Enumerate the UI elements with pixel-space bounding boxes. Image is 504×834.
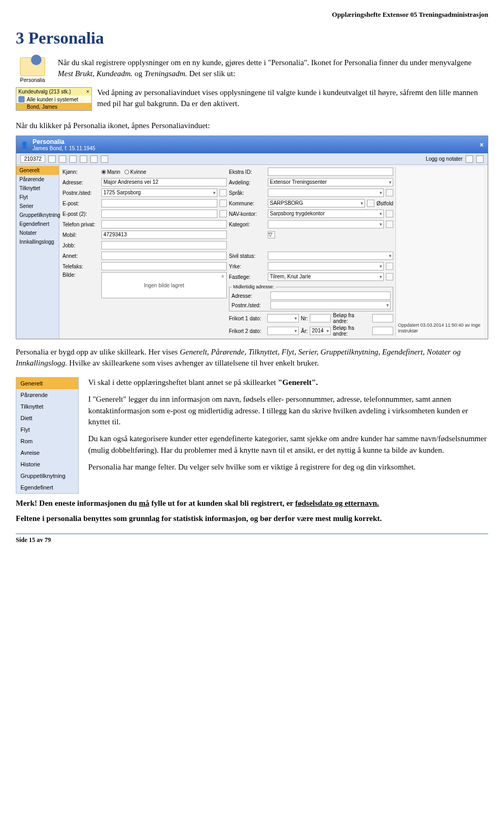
tab2-avreise[interactable]: Avreise xyxy=(16,447,78,458)
label-frikort1: Frikort 1 dato: xyxy=(229,316,265,321)
tab-serier[interactable]: Serier xyxy=(16,202,59,211)
section-p3: Du kan også kategorisere kunder etter eg… xyxy=(88,433,488,456)
tab-innkallingslogg[interactable]: Innkallingslogg xyxy=(16,237,59,246)
toolbar-log-icon[interactable] xyxy=(466,155,473,163)
paragraph-skilleark: Personalia er bygd opp av ulike skillear… xyxy=(16,347,488,369)
input-frikort2[interactable] xyxy=(267,327,299,335)
edit-icon[interactable] xyxy=(386,263,393,270)
tab2-egendefinert[interactable]: Egendefinert xyxy=(16,482,78,493)
edit-icon[interactable] xyxy=(386,189,393,196)
input-annet[interactable] xyxy=(101,252,227,260)
input-belop2[interactable] xyxy=(372,327,393,335)
input-kommune[interactable]: SARPSBORG xyxy=(268,199,365,207)
tab2-generelt[interactable]: Generelt xyxy=(16,378,78,389)
label-epost: E-post: xyxy=(62,201,99,206)
input-postnr[interactable]: 1725 Sarpsborg xyxy=(101,189,217,197)
tab-parorende[interactable]: Pårørende xyxy=(16,175,59,184)
input-ekstraid[interactable] xyxy=(268,168,393,176)
toolbar-card-icon[interactable] xyxy=(69,155,77,163)
merk-paragraph-2: Feltene i personalia benyttes som grunnl… xyxy=(16,513,488,524)
label-telpriv: Telefon privat: xyxy=(62,222,99,227)
personalia-window-screenshot: 👤 Personalia James Bond, f. 15.11.1945 ×… xyxy=(16,135,488,339)
person-arrow-icon xyxy=(18,103,25,110)
merk-paragraph-1: Merk! Den eneste informasjonen du må fyl… xyxy=(16,498,488,509)
input-adresse2[interactable] xyxy=(270,291,391,300)
input-jobb[interactable] xyxy=(101,241,227,249)
personalia-app-icon: Personalia xyxy=(16,57,49,83)
window-close-icon[interactable]: × xyxy=(480,141,484,149)
radio-kvinne[interactable] xyxy=(124,170,129,174)
log-notes-label: Logg og notater xyxy=(426,156,463,162)
toolbar-delete-icon[interactable] xyxy=(80,155,87,163)
input-ar[interactable]: 2014 xyxy=(310,327,331,335)
label-postnr2: Postnr./sted: xyxy=(232,303,268,308)
input-sprak[interactable] xyxy=(268,189,384,197)
input-yrke[interactable] xyxy=(268,262,384,270)
input-telpriv[interactable] xyxy=(101,220,227,228)
log-area xyxy=(398,169,482,321)
tab-egendefinert[interactable]: Egendefinert xyxy=(16,220,59,228)
window-subtitle: James Bond, f. 15.11.1945 xyxy=(33,145,96,151)
bilde-clear-icon[interactable]: × xyxy=(221,274,224,279)
edit-icon[interactable] xyxy=(386,221,393,228)
input-sivil[interactable] xyxy=(268,252,393,260)
bilde-box[interactable]: Ingen bilde lagret × xyxy=(101,272,227,298)
label-bilde: Bilde: xyxy=(62,272,99,278)
kundeutvalg-title: Kundeutvalg (213 stk.) xyxy=(18,89,71,95)
mail-icon[interactable] xyxy=(219,200,227,207)
radio-mann[interactable] xyxy=(101,170,106,174)
tab-generelt[interactable]: Generelt xyxy=(16,166,59,175)
edit-icon[interactable] xyxy=(386,210,393,217)
input-adresse[interactable]: Major Andresens vei 12 xyxy=(101,178,227,186)
intro-paragraph-2: Ved åpning av personaliavinduet vises op… xyxy=(97,87,488,111)
mail-icon[interactable] xyxy=(219,210,227,217)
lookup-icon[interactable] xyxy=(219,189,227,196)
close-icon[interactable]: × xyxy=(86,89,89,95)
tab-gruppetilknytning[interactable]: Gruppetilknytning xyxy=(16,211,59,220)
label-frikort2: Frikort 2 dato: xyxy=(229,328,265,334)
label-adresse2: Adresse: xyxy=(232,293,268,299)
input-epost2[interactable] xyxy=(101,210,217,218)
input-nav[interactable]: Sarpsborg trygdekontor xyxy=(268,210,384,218)
user-icon: 👤 xyxy=(20,141,28,149)
toolbar-note-icon[interactable] xyxy=(476,155,484,163)
input-avdeling[interactable]: Extensor Treningssenter xyxy=(268,178,393,186)
input-mobil[interactable]: 47293413 xyxy=(101,231,227,239)
kunde-filter-all[interactable]: Alle kunder i systemet xyxy=(27,97,78,102)
label-annet: Annet: xyxy=(62,253,99,259)
tab-tilknyttet[interactable]: Tilknyttet xyxy=(16,184,59,193)
input-frikort1-nr[interactable] xyxy=(310,314,331,322)
chapter-title: 3 Personalia xyxy=(16,28,488,48)
toolbar-misc-icon[interactable] xyxy=(101,155,108,163)
input-belop1[interactable] xyxy=(372,314,393,322)
edit-icon[interactable] xyxy=(386,273,393,280)
label-jobb: Jobb: xyxy=(62,243,99,248)
edit-icon[interactable] xyxy=(367,200,374,207)
input-frikort1[interactable] xyxy=(267,314,299,322)
tab-flyt[interactable]: Flyt xyxy=(16,193,59,202)
toolbar-new-icon[interactable] xyxy=(48,155,56,163)
kundeutvalg-panel: Kundeutvalg (213 stk.)× Alle kunder i sy… xyxy=(16,87,92,111)
paragraph-open-window: Når du klikker på Personalia ikonet, åpn… xyxy=(16,120,488,131)
tab2-rom[interactable]: Rom xyxy=(16,435,78,447)
tab2-tilknyttet[interactable]: Tilknyttet xyxy=(16,401,78,412)
tab-notater[interactable]: Notater xyxy=(16,228,59,237)
input-epost[interactable] xyxy=(101,199,217,207)
input-kategori[interactable] xyxy=(268,220,384,228)
tabs-list-image: Generelt Pårørende Tilknyttet Diett Flyt… xyxy=(16,377,79,494)
input-fastlege[interactable]: Tilrem, Knut Jarle xyxy=(268,273,384,281)
updated-label: Oppdatert 03.03.2014 11:50:40 av Inge In… xyxy=(398,322,482,335)
input-postnr2[interactable] xyxy=(270,301,391,309)
tab2-historie[interactable]: Historie xyxy=(16,458,78,470)
intro-paragraph-1: Når du skal registrere opplysninger om e… xyxy=(58,57,488,83)
tab2-diett[interactable]: Diett xyxy=(16,412,78,424)
kunde-row-selected[interactable]: Bond, James xyxy=(27,104,57,110)
input-telefaks[interactable] xyxy=(101,262,227,270)
tab2-parorende[interactable]: Pårørende xyxy=(16,389,78,401)
toolbar-print-icon[interactable] xyxy=(90,155,98,163)
customer-id-field[interactable]: 210372 xyxy=(20,155,45,163)
filter-icon[interactable]: ▽ xyxy=(268,231,275,238)
toolbar-save-icon[interactable] xyxy=(59,155,66,163)
tab2-gruppetilknytning[interactable]: Gruppetilknytning xyxy=(16,470,78,482)
tab2-flyt[interactable]: Flyt xyxy=(16,424,78,435)
